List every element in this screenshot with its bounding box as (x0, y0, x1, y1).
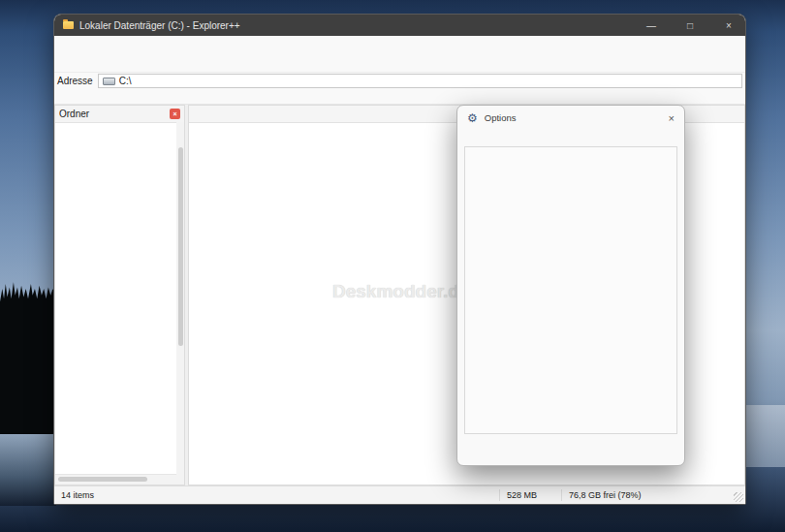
folders-panel: Ordner × (54, 105, 185, 485)
address-input[interactable]: C:\ (98, 74, 742, 88)
tree-horizontal-scrollbar[interactable] (55, 474, 184, 485)
window-title: Lokaler Datenträger (C:) - Explorer++ (79, 20, 629, 31)
status-free-space: 76,8 GB frei (78%) (562, 489, 745, 501)
status-selection-size: 528 MB (500, 489, 562, 501)
minimize-button[interactable]: — (635, 15, 668, 36)
resize-grip[interactable] (734, 492, 743, 502)
scrollbar-thumb[interactable] (178, 147, 183, 346)
gear-icon: ⚙ (467, 112, 478, 124)
close-folders-panel-button[interactable]: × (170, 109, 180, 119)
address-value: C:\ (119, 76, 132, 86)
address-bar: Adresse C:\ (54, 72, 745, 89)
app-icon (63, 21, 74, 29)
scrollbar-thumb[interactable] (58, 477, 147, 482)
folders-panel-header: Ordner × (55, 106, 184, 123)
options-dialog: ⚙ Options × (456, 105, 685, 466)
drive-icon (103, 78, 115, 85)
tree-vertical-scrollbar[interactable] (176, 122, 184, 475)
folder-tree (55, 123, 184, 474)
status-bar: 14 items 528 MB 76,8 GB frei (78%) (54, 485, 745, 504)
wallpaper-water-right (744, 405, 785, 467)
drive-tab-bar (54, 89, 745, 105)
maximize-button[interactable]: □ (674, 15, 706, 36)
wallpaper-trees (0, 279, 56, 442)
status-item-count: 14 items (54, 489, 500, 501)
dialog-close-button[interactable]: × (669, 112, 675, 124)
dialog-titlebar: ⚙ Options × (457, 106, 684, 130)
window-titlebar: Lokaler Datenträger (C:) - Explorer++ — … (54, 15, 745, 36)
close-button[interactable]: × (712, 15, 745, 36)
menu-bar (54, 36, 745, 51)
dialog-title: Options (485, 112, 517, 123)
watermark-text: Deskmodder.de (332, 281, 470, 302)
wallpaper-water-left (0, 434, 56, 506)
desktop: Lokaler Datenträger (C:) - Explorer++ — … (0, 0, 785, 532)
dialog-tab-content (464, 146, 677, 434)
dialog-tabs (457, 130, 684, 146)
main-toolbar (54, 51, 745, 72)
address-label: Adresse (57, 76, 93, 86)
folders-panel-title: Ordner (59, 109, 89, 119)
